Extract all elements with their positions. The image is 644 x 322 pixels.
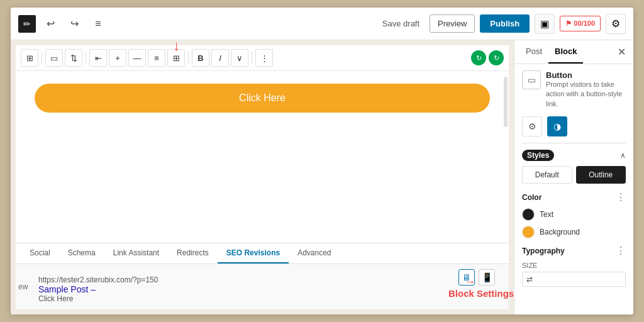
edit-icon: ✏ — [23, 19, 31, 29]
block-info-text: Button Prompt visitors to take action wi… — [546, 70, 626, 109]
more-button[interactable]: ∨ — [231, 49, 248, 67]
redirects-tab[interactable]: Redirects — [168, 243, 218, 264]
default-style-option[interactable]: Default — [522, 166, 572, 184]
gear-button[interactable]: ⚙ — [606, 14, 626, 34]
background-color-item: Background — [522, 226, 626, 238]
save-draft-button[interactable]: Save draft — [377, 15, 425, 32]
panel-icons-row: ⚙ ◑ — [522, 116, 626, 143]
list-view-button[interactable]: ≡ — [89, 14, 108, 33]
top-bar: ✏ ↩ ↪ ≡ Save draft Preview Publish ▣ ⚑ 0… — [11, 8, 633, 40]
block-description: Prompt visitors to take action with a bu… — [546, 80, 626, 109]
text-color-label: Text — [540, 210, 553, 219]
top-bar-right: Save draft Preview Publish ▣ ⚑ 00/100 ⚙ — [377, 14, 626, 34]
left-preview-label: ew — [18, 282, 28, 291]
seo-revisions-tab[interactable]: SEO Revisions — [218, 243, 289, 264]
editor-window: ✏ ↩ ↪ ≡ Save draft Preview Publish ▣ ⚑ 0… — [11, 8, 633, 314]
options-button[interactable]: ⋮ — [255, 49, 273, 67]
redo-button[interactable]: ↪ — [65, 14, 84, 33]
seo-preview: https://tester2.siterubix.com/?p=150 Sam… — [38, 275, 499, 303]
block-tab[interactable]: Block — [548, 40, 583, 64]
block-settings-icon-button[interactable]: ⚙ — [522, 116, 542, 136]
spacer-button[interactable]: — — [128, 49, 146, 67]
size-control[interactable]: ⇄ — [522, 272, 626, 287]
bottom-panel: Social Schema Link Assistant Redirects S… — [16, 243, 509, 309]
background-color-swatch[interactable] — [522, 226, 535, 238]
block-button[interactable]: ▭ — [45, 49, 63, 67]
content-area: Toolbar ↓ Show Settings Button ⊞ ▭ ⇅ — [11, 40, 633, 314]
seo-tabs: Social Schema Link Assistant Redirects S… — [16, 243, 509, 264]
wp-logo: ✏ — [18, 15, 36, 33]
preview-button[interactable]: Preview — [430, 14, 475, 33]
seo-url: https://tester2.siterubix.com/?p=150 — [38, 275, 499, 284]
button-block-wrap: Click Here — [16, 71, 509, 125]
refresh-icon-1[interactable]: ↻ — [471, 50, 486, 65]
click-here-button[interactable]: Click Here — [35, 84, 490, 113]
align-button[interactable]: ≡ — [148, 49, 165, 67]
typography-section-title: Typography — [522, 247, 565, 255]
word-count-button[interactable]: ⚑ 00/100 — [560, 16, 601, 31]
separator — [188, 52, 189, 64]
undo-button[interactable]: ↩ — [41, 14, 60, 33]
color-section-title: Color — [522, 193, 541, 202]
color-more-icon[interactable]: ⋮ — [616, 191, 626, 203]
editor-area: Toolbar ↓ Show Settings Button ⊞ ▭ ⇅ — [11, 40, 514, 314]
post-tab[interactable]: Post — [519, 40, 548, 64]
typography-section: Typography ⋮ SIZE ⇄ — [522, 245, 626, 287]
bold-button[interactable]: B — [192, 49, 209, 67]
block-toolbar: ⊞ ▭ ⇅ ⇤ + — ≡ ⊞ B I ∨ ⋮ — [16, 45, 509, 71]
device-icons: 🖥 📱 Block Settings → — [458, 269, 499, 286]
publish-button[interactable]: Publish — [480, 14, 530, 33]
typography-section-header: Typography ⋮ — [522, 245, 626, 257]
styles-chevron-icon[interactable]: ∧ — [620, 151, 626, 160]
editor-canvas: ⊞ ▭ ⇅ ⇤ + — ≡ ⊞ B I ∨ ⋮ — [16, 45, 509, 243]
outline-style-option[interactable]: Outline — [576, 166, 626, 184]
refresh-icon-2[interactable]: ↻ — [489, 50, 504, 65]
block-name: Button — [546, 70, 626, 80]
block-icon: ▭ — [522, 70, 541, 89]
advanced-tab[interactable]: Advanced — [289, 243, 340, 264]
panel-icon: ▣ — [540, 18, 549, 30]
settings-icon: ⚙ — [528, 121, 536, 131]
panel-close-button[interactable]: ✕ — [615, 43, 628, 60]
italic-button[interactable]: I — [211, 49, 229, 67]
background-color-label: Background — [540, 228, 580, 236]
styles-header: Styles ∧ — [522, 150, 626, 161]
size-label: SIZE — [522, 262, 626, 269]
move-button[interactable]: ⇅ — [65, 49, 82, 67]
styles-badge: Styles — [522, 150, 554, 161]
style-options: Default Outline — [522, 166, 626, 184]
social-tab[interactable]: Social — [21, 243, 59, 264]
color-section-header: Color ⋮ — [522, 191, 626, 203]
mobile-icon[interactable]: 📱 — [479, 269, 495, 286]
seo-content: 🖥 📱 Block Settings → ew https://tester2.… — [16, 264, 509, 309]
top-bar-left: ✏ ↩ ↪ ≡ — [18, 14, 108, 33]
button-block-icon: ▭ — [528, 75, 536, 85]
styles-icon: ◑ — [553, 121, 561, 131]
align-left-button[interactable]: ⇤ — [89, 49, 107, 67]
panel-body: ▭ Button Prompt visitors to take action … — [514, 64, 633, 314]
separator — [252, 52, 252, 64]
right-panel: Post Block ✕ ▭ Button Prompt visitors to… — [514, 40, 633, 314]
link-button[interactable]: ⊞ — [167, 49, 185, 67]
scrollbar[interactable] — [504, 77, 508, 127]
add-button[interactable]: + — [109, 49, 126, 67]
panel-tabs: Post Block ✕ — [514, 40, 633, 64]
size-control-icon: ⇄ — [523, 272, 536, 286]
text-color-swatch[interactable] — [522, 208, 535, 221]
text-color-item: Text — [522, 208, 626, 221]
separator — [86, 52, 86, 64]
settings-panel-button[interactable]: ▣ — [535, 14, 555, 34]
typography-more-icon[interactable]: ⋮ — [616, 245, 626, 257]
seo-title[interactable]: Sample Post – — [38, 284, 96, 294]
block-info: ▭ Button Prompt visitors to take action … — [522, 70, 626, 109]
link-assistant-tab[interactable]: Link Assistant — [104, 243, 168, 264]
gear-icon: ⚙ — [611, 18, 620, 30]
transform-button[interactable]: ⊞ — [21, 49, 38, 67]
schema-tab[interactable]: Schema — [59, 243, 104, 264]
desktop-icon[interactable]: 🖥 — [458, 269, 475, 286]
block-styles-icon-button[interactable]: ◑ — [547, 116, 567, 136]
separator — [42, 52, 42, 64]
seo-snippet: Click Here — [38, 294, 499, 303]
